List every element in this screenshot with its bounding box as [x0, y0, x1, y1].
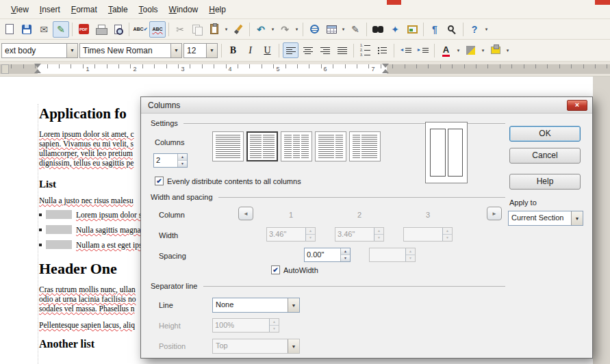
spin-down-icon[interactable]: ▼ — [443, 235, 452, 241]
width-1-input[interactable]: 3.46" — [267, 228, 305, 241]
spin-down-icon[interactable]: ▼ — [341, 255, 350, 261]
align-right-button[interactable] — [317, 42, 333, 58]
columns-input[interactable]: 2 — [154, 154, 177, 167]
distribute-checkbox[interactable]: ✔ — [155, 177, 164, 185]
toolbar-options-arrow-icon[interactable]: ▾ — [483, 21, 490, 38]
italic-button[interactable]: I — [242, 42, 258, 58]
bold-button[interactable]: B — [225, 42, 241, 58]
horizontal-ruler[interactable]: 1 2 3 4 5 6 7 — [0, 62, 610, 77]
cancel-button[interactable]: Cancel — [509, 148, 581, 164]
copy-button[interactable] — [189, 21, 205, 38]
table-dropdown-arrow-icon[interactable]: ▾ — [340, 21, 346, 38]
spin-up-icon[interactable]: ▲ — [406, 248, 415, 255]
highlighting-dropdown-arrow-icon[interactable]: ▾ — [480, 42, 486, 59]
apply-to-combo[interactable]: Current Section ▼ — [508, 211, 583, 226]
menu-insert[interactable]: Insert — [34, 3, 66, 16]
spin-down-icon[interactable]: ▼ — [406, 255, 415, 261]
width-3-spin-buttons[interactable]: ▲▼ — [442, 228, 452, 241]
paragraph-style-combo[interactable]: ext body ▼ — [1, 43, 78, 58]
spin-down-icon[interactable]: ▼ — [178, 161, 187, 167]
spin-up-icon[interactable]: ▲ — [443, 228, 452, 235]
width-2-spin-buttons[interactable]: ▲▼ — [374, 228, 383, 241]
align-center-button[interactable] — [300, 42, 316, 58]
spacing-1-spin-buttons[interactable]: ▲▼ — [340, 248, 350, 261]
font-name-value[interactable]: Times New Roman — [80, 44, 170, 57]
spin-up-icon[interactable]: ▲ — [270, 319, 279, 326]
height-input[interactable]: 100% — [213, 319, 269, 332]
page-preview-button[interactable] — [110, 21, 126, 38]
align-left-button[interactable] — [283, 42, 298, 58]
line-style-value[interactable]: None — [213, 298, 288, 312]
font-color-button[interactable]: A — [438, 42, 454, 58]
font-dropdown-arrow-icon[interactable]: ▼ — [170, 44, 181, 57]
numbering-list-button[interactable]: 1. 2. 3. — [357, 42, 373, 58]
apply-to-dropdown-arrow-icon[interactable]: ▼ — [571, 211, 583, 225]
font-name-combo[interactable]: Times New Roman ▼ — [79, 43, 182, 58]
menu-format[interactable]: Format — [66, 3, 103, 16]
spin-down-icon[interactable]: ▼ — [306, 235, 315, 241]
insert-table-button[interactable] — [323, 21, 340, 38]
undo-button[interactable]: ↶ — [253, 21, 269, 38]
ok-button[interactable]: OK — [509, 126, 581, 142]
spin-down-icon[interactable]: ▼ — [374, 235, 383, 241]
underline-button[interactable]: U — [259, 42, 275, 58]
preset-three-columns[interactable] — [281, 131, 312, 161]
spin-up-icon[interactable]: ▲ — [374, 228, 383, 235]
line-dropdown-arrow-icon[interactable]: ▼ — [288, 298, 299, 312]
line-style-combo[interactable]: None ▼ — [212, 298, 300, 313]
redo-button[interactable]: ↷ — [277, 21, 293, 38]
right-indent-marker-top[interactable] — [382, 64, 389, 68]
help-button[interactable]: ? — [466, 21, 483, 38]
width-1-spin-buttons[interactable]: ▲▼ — [305, 228, 315, 241]
gallery-button[interactable] — [404, 21, 420, 38]
align-justify-button[interactable] — [334, 42, 350, 58]
highlighting-button[interactable] — [463, 42, 479, 58]
preset-right-wide[interactable] — [349, 131, 381, 161]
spin-up-icon[interactable]: ▲ — [306, 228, 315, 235]
width-3-spinbox[interactable]: ▲▼ — [403, 227, 453, 242]
position-dropdown-arrow-icon[interactable]: ▼ — [288, 339, 299, 353]
font-size-value[interactable]: 12 — [184, 44, 206, 57]
save-button[interactable] — [18, 21, 35, 38]
left-indent-marker-top[interactable] — [34, 64, 41, 68]
width-2-input[interactable]: 3.46" — [335, 228, 374, 241]
spelling-button[interactable]: ABC✔ — [132, 21, 149, 38]
background-dropdown-arrow-icon[interactable]: ▾ — [505, 42, 511, 59]
edit-file-button[interactable]: ✎ — [53, 21, 69, 38]
font-size-combo[interactable]: 12 ▼ — [183, 43, 218, 58]
paragraph-style-value[interactable]: ext body — [2, 44, 66, 57]
increase-indent-button[interactable]: ► — [415, 42, 431, 58]
spin-up-icon[interactable]: ▲ — [178, 154, 187, 161]
dialog-title-bar[interactable]: Columns — [141, 97, 592, 114]
style-dropdown-arrow-icon[interactable]: ▼ — [66, 44, 77, 57]
left-indent-marker-bottom[interactable] — [34, 69, 41, 73]
height-spin-buttons[interactable]: ▲▼ — [269, 319, 279, 332]
print-button[interactable] — [92, 21, 109, 38]
nonprinting-characters-button[interactable]: ¶ — [427, 21, 443, 38]
bullet-list-button[interactable] — [374, 42, 390, 58]
position-value[interactable]: Top — [213, 339, 288, 353]
paste-dropdown-arrow-icon[interactable]: ▾ — [223, 21, 229, 38]
right-indent-marker-bottom[interactable] — [382, 69, 389, 73]
spacing-1-input[interactable]: 0.00" — [305, 248, 340, 261]
email-button[interactable]: ✉ — [36, 21, 52, 38]
navigator-button[interactable]: ✦ — [387, 21, 403, 38]
preset-one-column[interactable] — [212, 131, 244, 161]
zoom-button[interactable] — [444, 21, 460, 38]
width-2-spinbox[interactable]: 3.46" ▲▼ — [335, 227, 384, 242]
spin-up-icon[interactable]: ▲ — [341, 248, 350, 255]
tab-stop-selector[interactable] — [1, 64, 9, 74]
columns-spinbox[interactable]: 2 ▲▼ — [153, 153, 188, 168]
height-spinbox[interactable]: 100% ▲▼ — [212, 318, 279, 333]
dialog-close-button[interactable]: × — [567, 100, 587, 111]
spacing-2-spin-buttons[interactable]: ▲▼ — [405, 248, 415, 261]
hyperlink-button[interactable] — [306, 21, 322, 38]
find-replace-button[interactable] — [370, 21, 386, 38]
undo-dropdown-arrow-icon[interactable]: ▾ — [270, 21, 276, 38]
new-document-button[interactable] — [1, 21, 18, 38]
spin-down-icon[interactable]: ▼ — [270, 326, 279, 332]
draw-functions-button[interactable]: ✎ — [347, 21, 364, 38]
autowidth-checkbox[interactable]: ✔ — [271, 265, 280, 274]
background-color-button[interactable] — [487, 42, 503, 58]
menu-help[interactable]: Help — [203, 3, 231, 16]
